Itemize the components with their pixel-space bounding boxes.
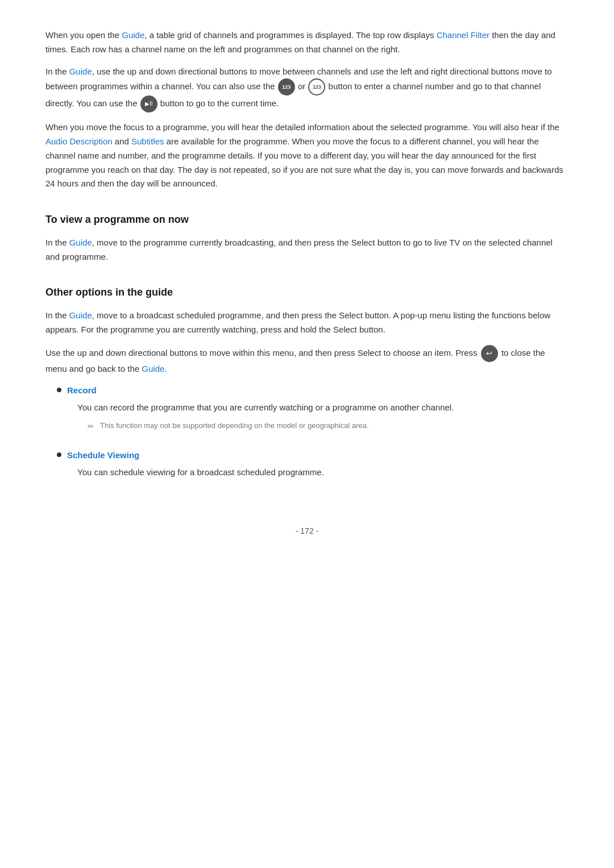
list-item-schedule-viewing: Schedule Viewing You can schedule viewin…: [57, 448, 569, 479]
record-note-text: This function may not be supported depen…: [100, 420, 369, 431]
options-list: Record You can record the programme that…: [57, 384, 569, 479]
p1-text-mid: , a table grid of channels and programme…: [144, 30, 436, 40]
guide-link-2[interactable]: Guide: [69, 67, 92, 76]
number-pad-icon-filled: 123: [278, 78, 295, 95]
paragraph-2: In the Guide, use the up and down direct…: [45, 65, 569, 113]
p3-text-start: When you move the focus to a programme, …: [45, 122, 559, 132]
guide-link-3[interactable]: Guide: [69, 238, 92, 247]
p1-text-before: When you open the: [45, 30, 122, 40]
paragraph-1: When you open the Guide, a table grid of…: [45, 28, 569, 57]
page-footer: - 172 -: [45, 525, 569, 537]
record-note: ✏ This function may not be supported dep…: [88, 420, 454, 433]
bullet-dot-schedule: [57, 452, 61, 457]
paragraph-5: In the Guide, move to a broadcast schedu…: [45, 309, 569, 337]
schedule-viewing-description: You can schedule viewing for a broadcast…: [77, 466, 324, 479]
p2-or: or: [296, 81, 308, 91]
p2-text-end: button to go to the current time.: [158, 98, 279, 108]
p5-text-start: In the: [45, 310, 69, 320]
pencil-icon: ✏: [88, 421, 94, 433]
channel-filter-link[interactable]: Channel Filter: [437, 30, 489, 40]
schedule-viewing-bullet: Schedule Viewing You can schedule viewin…: [57, 448, 569, 479]
page-number: - 172 -: [296, 526, 318, 535]
p5-text-end: , move to a broadcast scheduled programm…: [45, 310, 550, 334]
guide-link-4[interactable]: Guide: [69, 310, 92, 320]
paragraph-6: Use the up and down directional buttons …: [45, 345, 569, 376]
paragraph-3: When you move the focus to a programme, …: [45, 121, 569, 191]
subtitles-link[interactable]: Subtitles: [131, 136, 164, 146]
p6-period: .: [164, 364, 167, 373]
section-heading-1: To view a programme on now: [45, 211, 569, 228]
section-heading-2: Other options in the guide: [45, 284, 569, 301]
guide-link-1[interactable]: Guide: [122, 30, 144, 40]
bullet-dot-record: [57, 388, 61, 392]
list-item-record: Record You can record the programme that…: [57, 384, 569, 438]
schedule-viewing-label: Schedule Viewing: [67, 448, 324, 462]
audio-description-link[interactable]: Audio Description: [45, 136, 113, 146]
back-button-icon: ↩: [481, 345, 498, 362]
p4-text-end: , move to the programme currently broadc…: [45, 238, 553, 261]
play-pause-icon: ▶II: [140, 95, 157, 113]
p6-text-start: Use the up and down directional buttons …: [45, 348, 480, 358]
p4-text-start: In the: [45, 238, 69, 247]
number-pad-icon-outline: 123: [308, 78, 325, 95]
record-description: You can record the programme that you ar…: [77, 401, 454, 414]
main-content: When you open the Guide, a table grid of…: [45, 28, 569, 479]
record-label: Record: [67, 384, 454, 397]
p2-text-before: In the: [45, 67, 69, 76]
p3-and: and: [113, 136, 131, 146]
paragraph-4: In the Guide, move to the programme curr…: [45, 236, 569, 264]
record-bullet: Record You can record the programme that…: [57, 384, 569, 438]
guide-link-5[interactable]: Guide: [142, 364, 164, 373]
